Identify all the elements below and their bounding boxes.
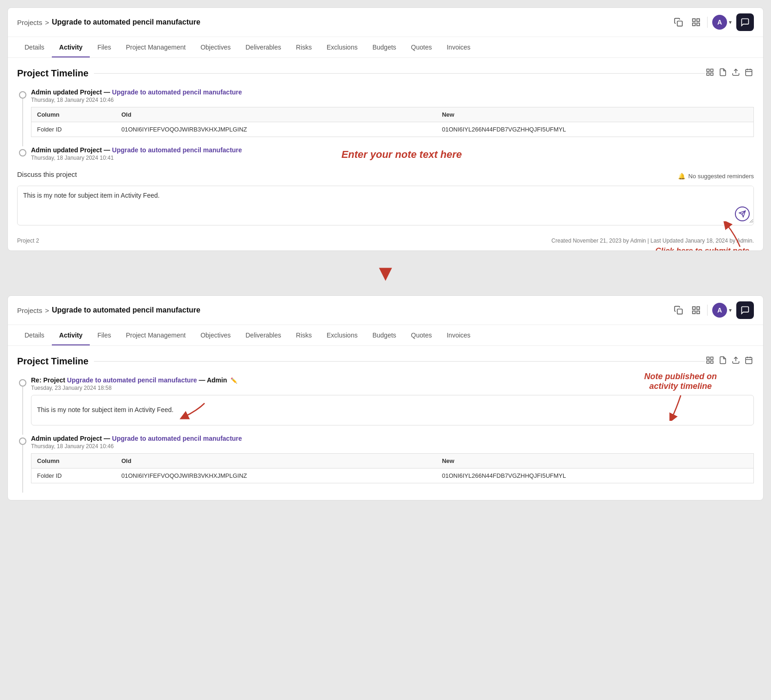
svg-rect-24 [711, 361, 713, 363]
chevron-down-icon: ▾ [729, 19, 732, 25]
timeline-prefix-2: Admin updated Project — [31, 146, 112, 154]
grid-icon-btn[interactable] [690, 16, 703, 29]
breadcrumb-parent: Projects [17, 19, 42, 26]
breadcrumb-current-2: Upgrade to automated pencil manufacture [52, 306, 200, 314]
tab-activity[interactable]: Activity [52, 37, 90, 57]
timeline-line-1 [22, 99, 23, 146]
tab-risks[interactable]: Risks [289, 37, 319, 57]
timeline-prefix-1: Admin updated Project — [31, 88, 112, 96]
tab-risks-2[interactable]: Risks [289, 325, 319, 345]
note-textarea[interactable]: This is my note for subject item in Acti… [18, 186, 753, 223]
timeline-icon-3[interactable] [731, 67, 741, 79]
tab-project-management[interactable]: Project Management [118, 37, 193, 57]
svg-rect-22 [711, 357, 713, 359]
table-cell-old: 01ONI6IYIFEFVOQOJWIRB3VKHXJMPLGINZ [116, 122, 436, 137]
svg-rect-18 [697, 307, 700, 310]
panel-before: Projects > Upgrade to automated pencil m… [7, 7, 764, 251]
timeline-icon-4-2[interactable] [744, 355, 754, 367]
timeline-title-1: Admin updated Project — Upgrade to autom… [31, 88, 754, 96]
col-header-column: Column [31, 107, 116, 122]
tab-invoices[interactable]: Invoices [439, 37, 478, 57]
main-content-2: Project Timeline [8, 346, 763, 500]
timeline-re-prefix: Re: Project [31, 376, 67, 384]
tab-deliverables-2[interactable]: Deliverables [238, 325, 288, 345]
copy-icon-btn[interactable] [672, 16, 685, 29]
svg-rect-21 [707, 357, 709, 359]
svg-rect-2 [697, 19, 700, 22]
tab-details-2[interactable]: Details [17, 325, 52, 345]
discuss-row: Discuss this project Enter your note tex… [17, 170, 754, 182]
main-content: Project Timeline [8, 58, 763, 233]
svg-rect-1 [693, 19, 696, 22]
svg-rect-10 [746, 69, 752, 76]
section-icons-2 [705, 355, 754, 367]
section-title: Project Timeline [17, 68, 88, 79]
svg-rect-4 [697, 23, 700, 26]
tab-activity-2[interactable]: Activity [52, 325, 90, 345]
timeline-icon-2[interactable] [718, 67, 728, 79]
edit-icon[interactable]: ✏️ [230, 377, 237, 384]
copy-icon-btn-2[interactable] [672, 304, 685, 317]
svg-rect-26 [746, 357, 752, 364]
tab-exclusions[interactable]: Exclusions [319, 37, 365, 57]
big-arrow-container: ▼ [0, 258, 771, 288]
chat-button[interactable] [736, 13, 754, 31]
timeline-icon-4[interactable] [744, 67, 754, 79]
section-line [94, 73, 705, 74]
timeline-icon-3-2[interactable] [731, 355, 741, 367]
submit-note-button[interactable] [735, 206, 750, 221]
col-header-new: New [436, 107, 754, 122]
tab-exclusions-2[interactable]: Exclusions [319, 325, 365, 345]
timeline: Admin updated Project — Upgrade to autom… [17, 88, 754, 161]
discuss-label: Discuss this project [17, 170, 77, 178]
section-icons [705, 67, 754, 79]
tab-details[interactable]: Details [17, 37, 52, 57]
timeline-dot-2 [19, 149, 26, 156]
timeline-link-note[interactable]: Upgrade to automated pencil manufacture [67, 376, 197, 384]
timeline-link-1[interactable]: Upgrade to automated pencil manufacture [112, 88, 242, 96]
timeline-dot-1 [19, 91, 26, 99]
timeline-icon-1-2[interactable] [705, 355, 715, 367]
breadcrumb: Projects > Upgrade to automated pencil m… [17, 18, 200, 26]
timeline-link-3[interactable]: Upgrade to automated pencil manufacture [112, 435, 242, 442]
timeline-admin-suffix: — Admin [199, 376, 227, 384]
tab-objectives-2[interactable]: Objectives [193, 325, 238, 345]
tab-objectives[interactable]: Objectives [193, 37, 238, 57]
timeline-item-2: Admin updated Project — Upgrade to autom… [31, 146, 754, 161]
timeline-title-3: Admin updated Project — Upgrade to autom… [31, 435, 754, 442]
tab-invoices-2[interactable]: Invoices [439, 325, 478, 345]
footer-project-id: Project 2 [17, 238, 39, 244]
tab-deliverables[interactable]: Deliverables [238, 37, 288, 57]
tab-quotes[interactable]: Quotes [404, 37, 439, 57]
table-row: Folder ID 01ONI6IYIFEFVOQOJWIRB3VKHXJMPL… [31, 122, 754, 137]
timeline-prefix-3: Admin updated Project — [31, 435, 112, 442]
avatar-2: A [712, 303, 727, 318]
reminder-button[interactable]: 🔔 No suggested reminders [678, 173, 754, 180]
avatar-dropdown[interactable]: A ▾ [712, 15, 732, 30]
svg-rect-19 [693, 311, 696, 314]
table-row-2: Folder ID 01ONI6IYIFEFVOQOJWIRB3VKHXJMPL… [31, 469, 754, 483]
svg-rect-7 [707, 73, 709, 75]
table-cell-column: Folder ID [31, 122, 116, 137]
tab-budgets-2[interactable]: Budgets [365, 325, 404, 345]
tab-project-management-2[interactable]: Project Management [118, 325, 193, 345]
section-header-2: Project Timeline [17, 355, 754, 367]
col-header-column-2: Column [31, 454, 116, 469]
tab-files-2[interactable]: Files [90, 325, 118, 345]
col-header-old: Old [116, 107, 436, 122]
chat-button-2[interactable] [736, 301, 754, 319]
table-cell-new: 01ONI6IYL266N44FDB7VGZHHQJFI5UFMYL [436, 122, 754, 137]
tab-quotes-2[interactable]: Quotes [404, 325, 439, 345]
grid-icon-btn-2[interactable] [690, 304, 703, 317]
tab-files[interactable]: Files [90, 37, 118, 57]
tab-budgets[interactable]: Budgets [365, 37, 404, 57]
header-divider-2 [707, 305, 708, 316]
header: Projects > Upgrade to automated pencil m… [8, 8, 763, 37]
timeline-table-2: Column Old New Folder ID 01ONI6IYIFEFVOQ… [31, 453, 754, 483]
panel-after: Projects > Upgrade to automated pencil m… [7, 295, 764, 500]
avatar-dropdown-2[interactable]: A ▾ [712, 303, 732, 318]
timeline-icon-1[interactable] [705, 67, 715, 79]
note-area-wrapper: This is my note for subject item in Acti… [17, 186, 754, 225]
timeline-link-2[interactable]: Upgrade to automated pencil manufacture [112, 146, 242, 154]
timeline-icon-2-2[interactable] [718, 355, 728, 367]
